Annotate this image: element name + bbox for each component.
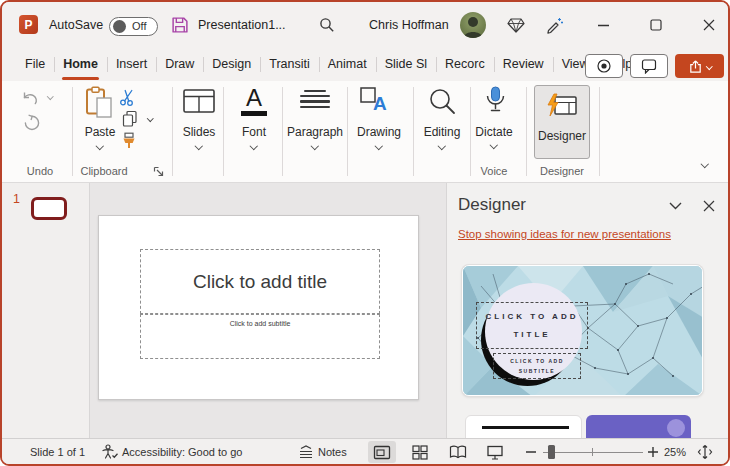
close-button[interactable] [694, 10, 724, 40]
tab-file[interactable]: File [16, 49, 54, 81]
zoom-out-button[interactable] [525, 446, 537, 458]
drawing-dropdown-icon[interactable] [375, 142, 383, 150]
reading-view-button[interactable] [444, 441, 472, 463]
zoom-slider-thumb[interactable] [548, 445, 555, 459]
zoom-level[interactable]: 25% [664, 446, 686, 458]
ribbon-tab-row: File Home Insert Draw Design Transiti An… [2, 49, 728, 81]
notes-button[interactable]: Notes [318, 446, 347, 458]
slide-number: 1 [13, 192, 20, 206]
paragraph-icon[interactable] [300, 90, 330, 108]
powerpoint-logo-icon: P [19, 15, 38, 34]
copy-icon[interactable] [121, 110, 139, 128]
title-bar: P AutoSave Off Presentation1... Chris Ho… [2, 2, 728, 49]
slides-button[interactable]: Slides [171, 125, 227, 139]
close-pane-icon[interactable] [703, 200, 715, 212]
tab-design[interactable]: Design [203, 49, 260, 81]
designer-icon [546, 93, 578, 118]
card-subtitle-placeholder: CLICK TO ADD SUBTITLE [493, 353, 581, 379]
dictate-microphone-icon[interactable] [484, 85, 507, 115]
group-divider [223, 87, 224, 176]
cut-icon[interactable] [119, 89, 135, 106]
record-button[interactable] [585, 54, 623, 78]
slide-sorter-view-button[interactable] [406, 441, 434, 463]
normal-view-button[interactable] [368, 441, 396, 463]
premium-diamond-icon[interactable] [507, 18, 525, 33]
card-circle-decoration [667, 419, 685, 437]
powerpoint-window: P AutoSave Off Presentation1... Chris Ho… [0, 0, 730, 466]
ribbon-tabs: File Home Insert Draw Design Transiti An… [16, 49, 641, 81]
comments-button[interactable] [630, 54, 668, 78]
autosave-label: AutoSave [49, 18, 103, 32]
zoom-slider-midpoint [592, 448, 593, 456]
slide-show-button[interactable] [481, 441, 509, 463]
tab-home[interactable]: Home [54, 49, 107, 81]
paragraph-dropdown-icon[interactable] [311, 142, 319, 150]
autosave-toggle[interactable]: Off [109, 17, 158, 36]
user-name[interactable]: Chris Hoffman [369, 18, 449, 32]
undo-dropdown-icon[interactable] [47, 93, 53, 99]
slides-dropdown-icon[interactable] [195, 142, 203, 150]
fit-to-window-icon[interactable] [697, 444, 713, 460]
avatar[interactable] [460, 12, 486, 38]
feedback-icon[interactable] [545, 16, 564, 34]
designer-group-label: Designer [532, 165, 592, 177]
comment-icon [641, 58, 657, 74]
paste-icon[interactable] [85, 86, 113, 119]
zoom-in-button[interactable] [647, 446, 659, 458]
title-placeholder[interactable]: Click to add title [140, 249, 380, 314]
undo-icon[interactable] [22, 90, 41, 106]
editing-dropdown-icon[interactable] [438, 142, 446, 150]
paste-dropdown-icon[interactable] [96, 142, 104, 150]
maximize-button[interactable] [641, 10, 671, 40]
tab-transitions[interactable]: Transiti [260, 49, 319, 81]
stop-showing-ideas-link[interactable]: Stop showing ideas for new presentations [458, 228, 671, 240]
tab-record[interactable]: Recorc [436, 49, 494, 81]
tab-review[interactable]: Review [494, 49, 553, 81]
tab-slide-show[interactable]: Slide Sl [376, 49, 436, 81]
drawing-button[interactable]: Drawing [349, 125, 409, 139]
slide-canvas[interactable]: Click to add title Click to add subtitle [98, 215, 419, 400]
drawing-icon[interactable]: A [359, 86, 393, 116]
undo-group-label: Undo [12, 165, 68, 177]
toggle-knob-icon [113, 20, 126, 33]
copy-dropdown-icon[interactable] [147, 115, 153, 121]
accessibility-status[interactable]: Accessibility: Good to go [122, 446, 242, 458]
format-painter-icon[interactable] [120, 132, 138, 149]
save-icon[interactable] [171, 16, 189, 34]
subtitle-placeholder[interactable]: Click to add subtitle [140, 314, 380, 359]
group-divider [599, 87, 600, 176]
card-line-decoration [482, 426, 569, 429]
editing-button[interactable]: Editing [412, 125, 472, 139]
dictate-dropdown-icon[interactable] [490, 141, 498, 149]
slide-indicator: Slide 1 of 1 [30, 446, 85, 458]
editing-icon[interactable] [427, 87, 457, 117]
designer-button-label: Designer [538, 129, 586, 143]
content-area: 1 Click to add title Click to add subtit… [2, 183, 728, 442]
designer-button[interactable]: Designer [534, 85, 590, 159]
slide-thumbnail[interactable] [31, 197, 67, 220]
font-dropdown-icon[interactable] [250, 142, 258, 150]
slides-icon[interactable] [182, 88, 216, 114]
tab-animations[interactable]: Animat [319, 49, 376, 81]
paragraph-button[interactable]: Paragraph [280, 125, 350, 139]
font-button[interactable]: Font [226, 125, 282, 139]
minimize-button[interactable] [588, 10, 618, 40]
tab-draw[interactable]: Draw [156, 49, 203, 81]
redo-icon[interactable] [23, 114, 41, 132]
document-title[interactable]: Presentation1... [198, 18, 286, 32]
zoom-slider-track[interactable] [543, 452, 643, 454]
designer-pane-title: Designer [458, 195, 526, 215]
search-icon[interactable] [319, 17, 335, 33]
dictate-button[interactable]: Dictate [464, 125, 524, 139]
share-button[interactable] [675, 54, 724, 78]
tab-insert[interactable]: Insert [107, 49, 156, 81]
voice-group-label: Voice [464, 165, 524, 177]
collapse-ribbon-icon[interactable] [701, 160, 709, 168]
clipboard-dialog-launcher-icon[interactable] [153, 166, 164, 177]
chevron-down-icon[interactable] [669, 202, 682, 210]
font-icon[interactable]: A [240, 85, 268, 116]
group-divider [347, 87, 348, 176]
card-title-placeholder: CLICK TO ADD TITLE [476, 302, 588, 349]
design-suggestion-card[interactable]: CLICK TO ADD TITLE CLICK TO ADD SUBTITLE [462, 265, 703, 396]
designer-pane: Designer Stop showing ideas for new pres… [446, 183, 728, 442]
